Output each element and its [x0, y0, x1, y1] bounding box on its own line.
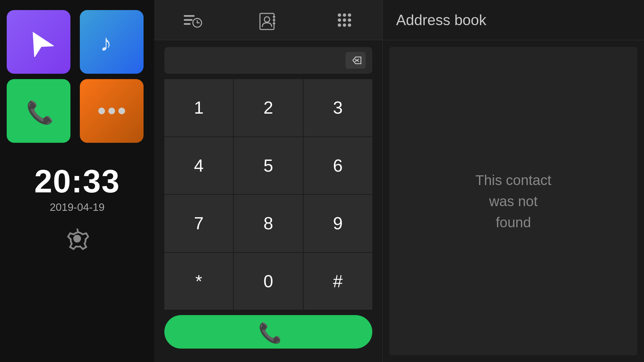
- keypad: 1 2 3 4 5 6 7 8 9 * 0 #: [164, 79, 372, 310]
- svg-rect-16: [273, 16, 275, 17]
- key-1[interactable]: 1: [164, 79, 233, 136]
- not-found-message: This contactwas notfound: [475, 170, 551, 233]
- svg-point-15: [264, 17, 270, 22]
- display-bar: [164, 47, 372, 74]
- svg-point-26: [343, 23, 346, 27]
- svg-point-27: [348, 23, 351, 27]
- svg-rect-10: [184, 23, 191, 25]
- key-hash[interactable]: #: [304, 253, 372, 310]
- svg-rect-9: [184, 19, 193, 21]
- call-button[interactable]: 📞: [164, 315, 372, 349]
- svg-point-19: [338, 13, 341, 17]
- gear-icon: [65, 227, 89, 250]
- top-nav: [154, 0, 382, 40]
- svg-marker-0: [23, 27, 54, 57]
- dialpad-button[interactable]: [331, 7, 358, 34]
- svg-rect-8: [184, 15, 195, 17]
- svg-point-21: [348, 13, 351, 17]
- svg-point-4: [108, 108, 115, 114]
- left-panel: ♪ 📞 20:33 2019-04-19: [0, 0, 154, 362]
- address-book-header: Address book: [383, 0, 644, 40]
- recent-calls-button[interactable]: [179, 7, 206, 34]
- svg-text:📞: 📞: [26, 99, 54, 126]
- center-panel: 1 2 3 4 5 6 7 8 9 * 0 # 📞: [154, 0, 382, 362]
- svg-point-5: [118, 108, 125, 114]
- recent-calls-icon: [182, 10, 202, 30]
- app-tile-more[interactable]: [80, 79, 144, 143]
- app-tile-navigation[interactable]: [7, 10, 70, 74]
- key-0[interactable]: 0: [234, 253, 303, 310]
- svg-point-20: [343, 13, 346, 17]
- svg-text:📞: 📞: [258, 321, 280, 344]
- settings-button[interactable]: [65, 227, 89, 252]
- svg-point-24: [348, 18, 351, 22]
- contacts-icon: [258, 10, 278, 30]
- contacts-button[interactable]: [255, 7, 282, 34]
- navigation-icon: [23, 27, 54, 57]
- key-7[interactable]: 7: [164, 195, 233, 252]
- key-3[interactable]: 3: [304, 79, 372, 136]
- svg-text:♪: ♪: [100, 30, 112, 56]
- phone-icon-green: 📞: [23, 96, 54, 126]
- key-2[interactable]: 2: [234, 79, 303, 136]
- svg-rect-14: [260, 13, 274, 29]
- app-tile-phone[interactable]: 📞: [7, 79, 70, 143]
- right-panel: Address book This contactwas notfound: [382, 0, 644, 362]
- key-8[interactable]: 8: [234, 195, 303, 252]
- key-star[interactable]: *: [164, 253, 233, 310]
- svg-point-25: [338, 23, 341, 27]
- dialpad-icon: [334, 10, 355, 30]
- address-book-title: Address book: [396, 12, 486, 28]
- svg-rect-18: [273, 23, 275, 24]
- svg-point-3: [98, 108, 105, 114]
- clock-time: 20:33: [34, 163, 120, 200]
- backspace-button[interactable]: [345, 52, 366, 69]
- music-icon: ♪: [97, 27, 127, 57]
- app-tile-music[interactable]: ♪: [80, 10, 144, 74]
- key-4[interactable]: 4: [164, 137, 233, 194]
- address-book-content: This contactwas notfound: [389, 47, 637, 355]
- svg-rect-17: [273, 19, 275, 21]
- key-5[interactable]: 5: [234, 137, 303, 194]
- key-6[interactable]: 6: [304, 137, 372, 194]
- clock-date: 2019-04-19: [50, 201, 105, 214]
- svg-point-22: [338, 18, 341, 22]
- app-grid: ♪ 📞: [7, 10, 148, 143]
- key-9[interactable]: 9: [304, 195, 372, 252]
- call-button-icon: 📞: [257, 320, 280, 344]
- dialer-area: 1 2 3 4 5 6 7 8 9 * 0 # 📞: [154, 40, 382, 362]
- svg-point-23: [343, 18, 346, 22]
- more-dots-icon: [97, 106, 127, 116]
- clock-section: 20:33 2019-04-19: [34, 163, 120, 214]
- backspace-icon: [350, 56, 362, 65]
